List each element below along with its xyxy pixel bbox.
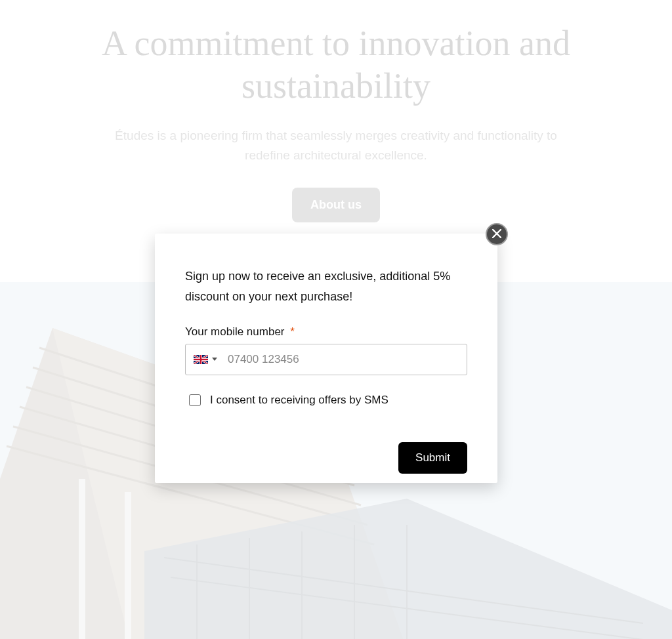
uk-flag-icon bbox=[194, 355, 208, 364]
phone-field-label: Your mobile number * bbox=[185, 325, 467, 339]
phone-input[interactable] bbox=[224, 353, 460, 366]
submit-button[interactable]: Submit bbox=[398, 442, 467, 474]
consent-label: I consent to receiving offers by SMS bbox=[210, 394, 388, 407]
signup-modal: Sign up now to receive an exclusive, add… bbox=[155, 234, 497, 483]
phone-label-text: Your mobile number bbox=[185, 325, 285, 338]
close-icon bbox=[492, 229, 501, 240]
svg-rect-23 bbox=[194, 359, 208, 360]
required-marker: * bbox=[290, 325, 295, 338]
consent-checkbox[interactable] bbox=[189, 394, 201, 406]
phone-input-group bbox=[185, 344, 467, 375]
consent-row: I consent to receiving offers by SMS bbox=[185, 394, 467, 407]
chevron-down-icon bbox=[212, 358, 217, 361]
country-select-button[interactable] bbox=[192, 352, 219, 367]
modal-heading: Sign up now to receive an exclusive, add… bbox=[185, 266, 467, 307]
close-button[interactable] bbox=[486, 223, 508, 245]
modal-actions: Submit bbox=[185, 442, 467, 474]
